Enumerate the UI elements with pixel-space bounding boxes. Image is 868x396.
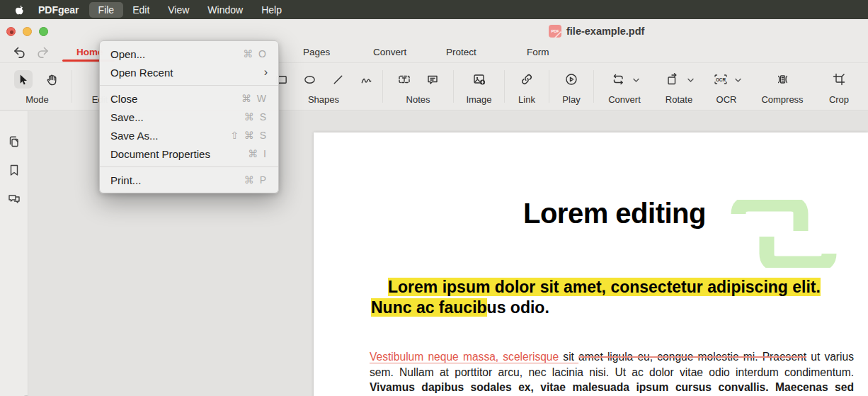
menu-item-close[interactable]: Close ⌘ W	[100, 89, 278, 108]
tab-pages[interactable]: Pages	[303, 47, 330, 57]
toolbar-group-ocr: OCR OCR	[705, 63, 748, 110]
menubar-item-window[interactable]: Window	[198, 2, 252, 18]
highlighted-text: Lorem ipsum dolor sit amet, consectetur …	[371, 278, 821, 317]
convert-loop-tool[interactable]	[610, 70, 628, 89]
select-cursor-tool[interactable]	[14, 70, 33, 89]
insert-image-tool[interactable]	[470, 70, 489, 89]
menu-item-save-as[interactable]: Save As... ⇧ ⌘ S	[100, 126, 278, 145]
menubar-item-file[interactable]: File	[89, 2, 124, 18]
doc-heading: Lorem ipsum dolor sit amet, consectetur …	[371, 277, 841, 318]
line-shape-tool[interactable]	[329, 70, 347, 89]
menu-item-open-recent[interactable]: Open Recent ›	[100, 63, 278, 81]
ocr-glyph: OCR	[715, 77, 726, 82]
tab-convert[interactable]: Convert	[373, 47, 406, 57]
pdf-file-icon: PDF	[549, 25, 561, 38]
pdf-page: Lorem editing Lorem ipsum dolor sit amet…	[314, 132, 868, 396]
window-title-text: file-example.pdf	[566, 26, 644, 37]
doc-title: Lorem editing	[523, 198, 706, 230]
inserted-text-annotation: Vestibulum neque massa, scelerisque	[370, 351, 559, 363]
underlined-text: sit	[559, 351, 578, 363]
apple-menu-icon[interactable]	[7, 4, 28, 16]
toolbar-group-label: Mode	[4, 94, 71, 105]
toolbar-group-play: Play	[549, 63, 593, 110]
page-thumbnails-icon[interactable]	[7, 135, 21, 149]
play-tool[interactable]	[562, 70, 581, 89]
window-title: PDF file-example.pdf	[549, 25, 644, 38]
toolbar-group-label: Crop	[816, 94, 862, 105]
redo-button[interactable]	[35, 46, 51, 60]
compress-file-tool[interactable]	[773, 70, 792, 89]
crop-page-tool[interactable]	[830, 70, 848, 89]
toolbar-group-label: Link	[505, 94, 549, 105]
bookmarks-icon[interactable]	[7, 163, 21, 177]
toolbar-group-shapes: Shapes	[265, 63, 382, 110]
scribble-shape-tool[interactable]	[357, 70, 375, 89]
doc-logo-graphic	[730, 200, 838, 271]
close-window-button[interactable]	[6, 27, 16, 36]
toolbar-group-compress: Compress	[752, 63, 813, 110]
toolbar-group-label: OCR	[705, 94, 748, 105]
menu-item-save[interactable]: Save... ⌘ S	[100, 108, 278, 126]
menubar-item-help[interactable]: Help	[252, 2, 291, 18]
toolbar-group-mode: Mode	[4, 63, 71, 110]
text-box-tool[interactable]	[395, 70, 413, 89]
traffic-lights	[6, 27, 48, 36]
hand-pan-tool[interactable]	[42, 70, 61, 89]
toolbar-group-label: Play	[549, 94, 593, 105]
toolbar-group-link: Link	[505, 63, 549, 110]
ocr-scan-tool[interactable]: OCR	[712, 70, 730, 89]
chevron-down-icon[interactable]	[632, 73, 640, 86]
app-window: PDF file-example.pdf Home Pages Convert …	[0, 19, 868, 396]
submenu-arrow-icon: ›	[264, 66, 268, 79]
toolbar-group-label: Notes	[383, 94, 453, 105]
toolbar-group-label: Shapes	[265, 94, 382, 105]
menu-separator	[100, 166, 278, 167]
toolbar-group-label: Image	[454, 94, 504, 105]
doc-paragraph: Vestibulum neque massa, scelerisque sit …	[370, 349, 854, 396]
heading-rest: us odio.	[487, 298, 549, 317]
tab-protect[interactable]: Protect	[446, 47, 476, 57]
comment-tool[interactable]	[423, 70, 442, 89]
toolbar-group-notes: Notes	[383, 63, 453, 110]
toolbar-group-label: Rotate	[653, 94, 705, 105]
toolbar-group-convert: Convert	[596, 63, 653, 110]
chevron-down-icon[interactable]	[687, 73, 695, 86]
insert-link-tool[interactable]	[518, 70, 536, 89]
chevron-down-icon[interactable]	[734, 73, 742, 86]
bold-body-text: Vivamus dapibus sodales ex, vitae malesu…	[370, 381, 854, 396]
minimize-window-button[interactable]	[23, 27, 32, 36]
toolbar-group-rotate: Rotate	[653, 63, 705, 110]
menubar-item-view[interactable]: View	[159, 2, 198, 18]
screen: PDFgear File Edit View Window Help PDF f…	[0, 0, 868, 396]
toolbar-group-label: Compress	[752, 94, 813, 105]
toolbar-group-crop: Crop	[816, 63, 862, 110]
rotate-page-tool[interactable]	[664, 70, 683, 89]
menu-item-open[interactable]: Open... ⌘ O	[100, 45, 278, 63]
comments-panel-icon[interactable]	[7, 192, 21, 206]
menubar-item-edit[interactable]: Edit	[123, 2, 159, 18]
file-dropdown-menu: Open... ⌘ O Open Recent › Close ⌘ W Save…	[99, 40, 279, 193]
menu-separator	[100, 85, 278, 86]
zoom-window-button[interactable]	[39, 27, 48, 36]
macos-menubar: PDFgear File Edit View Window Help	[0, 0, 868, 19]
tab-form[interactable]: Form	[527, 47, 549, 57]
menu-item-print[interactable]: Print... ⌘ P	[100, 171, 278, 189]
strikethrough-text-annotation: amet ligula eu, congue molestie mi. Prae…	[578, 351, 806, 363]
menubar-app-name[interactable]: PDFgear	[28, 4, 89, 16]
toolbar-group-label: Convert	[596, 94, 653, 105]
ellipse-shape-tool[interactable]	[300, 70, 319, 89]
undo-button[interactable]	[11, 46, 27, 60]
menu-item-document-properties[interactable]: Document Properties ⌘ I	[100, 145, 278, 163]
toolbar-group-image: Image	[454, 63, 504, 110]
left-sidebar	[0, 111, 28, 396]
toolbar-divider	[593, 70, 594, 103]
